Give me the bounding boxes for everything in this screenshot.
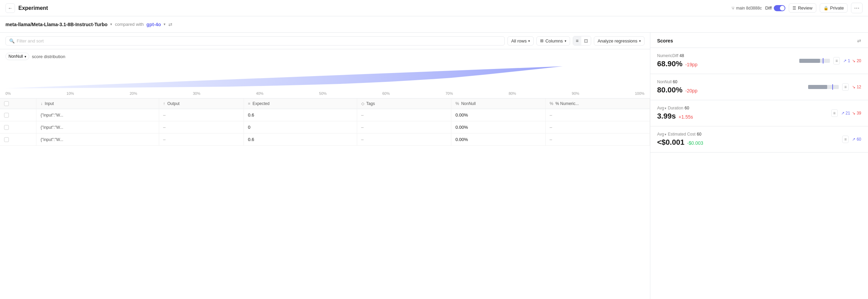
row-checkbox-1[interactable] xyxy=(4,125,9,130)
view-grid-button[interactable]: ⊡ xyxy=(581,36,591,45)
filter-placeholder: Filter and sort xyxy=(17,38,44,43)
columns-icon: ⊞ xyxy=(540,38,544,43)
score-card-duration-info: Avg ▾ Duration 60 3.99s +1.55s xyxy=(657,106,827,121)
row-checkbox-0[interactable] xyxy=(4,113,9,118)
col-header-tags[interactable]: ◇ Tags xyxy=(357,99,451,109)
numericdiff-label: NumericDiff 48 xyxy=(657,53,795,58)
nonnull-count: ↘ 12 xyxy=(852,85,861,89)
nonnull-bar-area: ≡ ↘ 12 xyxy=(808,83,861,91)
col-header-nonnull[interactable]: % NonNull xyxy=(451,99,545,109)
row-nonnull-2: 0.00% xyxy=(451,134,545,146)
nonnull-col-label: NonNull xyxy=(461,101,476,106)
model-chevron-icon[interactable]: ▾ xyxy=(110,22,112,27)
scores-section-header: Scores ⇄ xyxy=(650,33,868,48)
select-all-header[interactable] xyxy=(0,99,36,109)
duration-seconds: 3.99s xyxy=(657,112,676,121)
row-output-2: – xyxy=(159,134,244,146)
duration-agg-label[interactable]: Avg ▾ xyxy=(657,106,666,110)
expected-col-label: Expected xyxy=(252,101,269,106)
more-options-button[interactable]: ⋯ xyxy=(851,3,863,13)
all-rows-chevron-icon: ▾ xyxy=(528,39,530,43)
all-rows-label: All rows xyxy=(511,38,527,43)
branch-icon: ⑂ xyxy=(732,5,734,11)
score-card-nonnull: NonNull 60 80.00% -20pp ≡ ↘ 12 xyxy=(650,74,868,100)
row-expected-1: 0 xyxy=(244,121,357,134)
nonnull-bar xyxy=(808,85,839,89)
nonnull-filter-badge[interactable]: NonNull ▾ xyxy=(5,53,29,60)
tags-col-label: Tags xyxy=(366,101,375,106)
duration-count: ↗ 21 ↘ 39 xyxy=(841,111,861,116)
all-rows-button[interactable]: All rows ▾ xyxy=(507,36,534,46)
nonnull-bar-fill xyxy=(808,85,827,89)
cost-actions: ≡ ↗ 60 xyxy=(842,136,861,143)
row-numeric-1: – xyxy=(546,121,650,134)
filter-input[interactable]: 🔍 Filter and sort xyxy=(5,36,505,46)
view-toggle: ≡ ⊡ xyxy=(573,36,591,46)
cost-count-up: ↗ 60 xyxy=(852,137,861,142)
cost-value: <$0.001 -$0.003 xyxy=(657,138,838,147)
numeric-col-icon: % xyxy=(550,101,553,106)
compare-model-name[interactable]: gpt-4o xyxy=(147,22,161,27)
numericdiff-bar xyxy=(799,59,830,63)
private-button[interactable]: 🔒 Private xyxy=(820,3,848,13)
distribution-area: NonNull ▾ score distribution xyxy=(0,49,650,99)
row-checkbox-cell-0[interactable] xyxy=(0,109,36,121)
main-layout: 🔍 Filter and sort All rows ▾ ⊞ Columns ▾… xyxy=(0,33,868,299)
columns-button[interactable]: ⊞ Columns ▾ xyxy=(536,36,570,46)
scores-settings-icon[interactable]: ⇄ xyxy=(857,38,861,43)
score-card-cost-info: Avg ▾ Estimated Cost 60 <$0.001 -$0.003 xyxy=(657,132,838,147)
cost-diff: -$0.003 xyxy=(687,140,703,146)
scores-title: Scores xyxy=(657,38,673,43)
row-nonnull-0: 0.00% xyxy=(451,109,545,121)
view-rows-button[interactable]: ≡ xyxy=(573,36,581,45)
row-input-2[interactable]: {"input":"W... xyxy=(36,134,159,146)
col-header-input[interactable]: ↓ Input xyxy=(36,99,159,109)
diff-toggle-track[interactable] xyxy=(774,5,785,11)
left-panel: 🔍 Filter and sort All rows ▾ ⊞ Columns ▾… xyxy=(0,33,650,299)
review-button[interactable]: ☰ Review xyxy=(789,3,816,13)
numericdiff-filter-icon[interactable]: ≡ xyxy=(833,57,840,65)
col-header-output[interactable]: ↑ Output xyxy=(159,99,244,109)
branch-info: ⑂ main 8d3888c xyxy=(732,5,762,11)
numericdiff-count-down: ↘ 20 xyxy=(852,58,861,63)
row-output-1: – xyxy=(159,121,244,134)
row-checkbox-cell-1[interactable] xyxy=(0,121,36,134)
row-nonnull-1: 0.00% xyxy=(451,121,545,134)
analyze-regressions-button[interactable]: Analyze regressions ▾ xyxy=(594,36,645,46)
nonnull-badge-chevron-icon: ▾ xyxy=(24,55,26,58)
model-name: meta-llama/Meta-Llama-3.1-8B-Instruct-Tu… xyxy=(5,22,107,27)
compare-model-chevron-icon[interactable]: ▾ xyxy=(164,22,166,27)
score-distribution-chart xyxy=(5,63,645,90)
back-button[interactable]: ← xyxy=(5,3,15,13)
swap-icon[interactable]: ⇄ xyxy=(168,22,172,27)
select-all-checkbox[interactable] xyxy=(4,101,9,106)
nonnull-filter-icon[interactable]: ≡ xyxy=(842,83,849,91)
nonnull-score-label: NonNull 60 xyxy=(657,80,804,84)
row-checkbox-2[interactable] xyxy=(4,137,9,142)
cost-filter-icon[interactable]: ≡ xyxy=(842,136,849,143)
duration-filter-icon[interactable]: ≡ xyxy=(831,109,838,117)
table-row: {"input":"W... – 0 – 0.00% – xyxy=(0,121,650,134)
diff-toggle[interactable]: Diff xyxy=(765,5,785,11)
output-col-label: Output xyxy=(167,101,180,106)
row-input-0[interactable]: {"input":"W... xyxy=(36,109,159,121)
row-numeric-2: – xyxy=(546,134,650,146)
duration-count-down: ↘ 39 xyxy=(852,111,861,116)
row-checkbox-cell-2[interactable] xyxy=(0,134,36,146)
page-title: Experiment xyxy=(18,5,728,11)
duration-diff: +1.55s xyxy=(679,114,693,120)
axis-10: 10% xyxy=(67,91,74,95)
col-header-numeric[interactable]: % % Numeric... xyxy=(546,99,650,109)
input-col-label: Input xyxy=(45,101,54,106)
cost-agg-label[interactable]: Avg ▾ xyxy=(657,132,666,137)
row-expected-0: 0.6 xyxy=(244,109,357,121)
header: ← Experiment ⑂ main 8d3888c Diff ☰ Revie… xyxy=(0,0,868,16)
row-input-1[interactable]: {"input":"W... xyxy=(36,121,159,134)
axis-70: 70% xyxy=(446,91,453,95)
col-header-expected[interactable]: = Expected xyxy=(244,99,357,109)
numericdiff-diff: -19pp xyxy=(685,62,698,67)
axis-20: 20% xyxy=(130,91,137,95)
axis-30: 30% xyxy=(193,91,200,95)
toolbar: 🔍 Filter and sort All rows ▾ ⊞ Columns ▾… xyxy=(0,33,650,49)
row-tags-2: – xyxy=(357,134,451,146)
